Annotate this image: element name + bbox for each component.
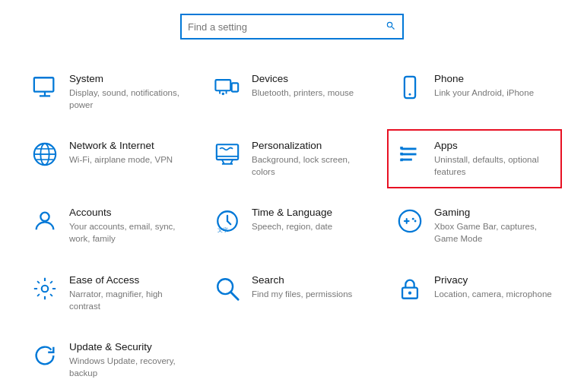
gaming-text: Gaming Xbox Game Bar, captures, Game Mod… (434, 207, 553, 245)
search-icon (386, 21, 396, 33)
phone-text: Phone Link your Android, iPhone (434, 73, 534, 99)
update-icon (31, 343, 59, 368)
svg-point-21 (399, 210, 421, 232)
setting-item-search[interactable]: Search Find my files, permissions (205, 264, 379, 323)
phone-icon (396, 74, 424, 100)
search-text: Search Find my files, permissions (252, 274, 352, 300)
apps-title: Apps (434, 140, 553, 151)
system-title: System (69, 73, 188, 84)
search-title: Search (252, 274, 352, 286)
svg-point-23 (414, 220, 417, 223)
personalization-text: Personalization Background, lock screen,… (252, 140, 370, 178)
gaming-icon (396, 208, 424, 234)
personalization-title: Personalization (252, 140, 370, 151)
svg-text:文字: 文字 (217, 228, 228, 234)
apps-desc: Uninstall, defaults, optional features (434, 153, 553, 178)
svg-point-24 (42, 285, 49, 292)
setting-item-personalization[interactable]: Personalization Background, lock screen,… (205, 129, 379, 188)
devices-title: Devices (252, 73, 354, 84)
search-wrapper (180, 14, 404, 40)
settings-grid: System Display, sound, notifications, po… (0, 62, 584, 390)
svg-rect-0 (34, 77, 54, 91)
accounts-title: Accounts (69, 207, 188, 218)
network-desc: Wi-Fi, airplane mode, VPN (69, 153, 173, 166)
svg-point-22 (412, 218, 414, 220)
update-desc: Windows Update, recovery, backup (69, 355, 188, 379)
network-title: Network & Internet (69, 140, 173, 151)
search-desc: Find my files, permissions (252, 288, 352, 300)
update-text: Update & Security Windows Update, recove… (69, 341, 188, 379)
time-title: Time & Language (252, 207, 332, 218)
setting-item-update[interactable]: Update & Security Windows Update, recove… (22, 330, 197, 390)
time-icon: 文字 (214, 208, 241, 234)
ease-icon (31, 276, 59, 302)
svg-point-18 (40, 213, 49, 221)
setting-item-phone[interactable]: Phone Link your Android, iPhone (387, 62, 562, 122)
ease-title: Ease of Access (69, 274, 188, 286)
phone-desc: Link your Android, iPhone (434, 87, 534, 99)
apps-icon (396, 141, 424, 167)
accounts-text: Accounts Your accounts, email, sync, wor… (69, 207, 188, 245)
phone-title: Phone (434, 73, 534, 84)
update-title: Update & Security (69, 341, 188, 352)
personalization-icon (214, 141, 241, 167)
setting-item-gaming[interactable]: Gaming Xbox Game Bar, captures, Game Mod… (387, 196, 562, 255)
network-text: Network & Internet Wi-Fi, airplane mode,… (69, 140, 173, 166)
svg-rect-2 (232, 83, 239, 91)
privacy-icon (396, 276, 424, 302)
svg-point-28 (408, 291, 411, 294)
accounts-desc: Your accounts, email, sync, work, family (69, 220, 188, 245)
privacy-title: Privacy (434, 274, 552, 286)
apps-text: Apps Uninstall, defaults, optional featu… (434, 140, 553, 178)
privacy-text: Privacy Location, camera, microphone (434, 274, 552, 300)
svg-rect-1 (215, 80, 230, 90)
setting-item-system[interactable]: System Display, sound, notifications, po… (22, 62, 197, 122)
ease-text: Ease of Access Narrator, magnifier, high… (69, 274, 188, 312)
search-icon (214, 276, 241, 302)
privacy-desc: Location, camera, microphone (434, 288, 552, 300)
svg-rect-17 (400, 159, 403, 162)
search-input[interactable] (188, 21, 386, 33)
devices-icon (214, 74, 241, 100)
setting-item-apps[interactable]: Apps Uninstall, defaults, optional featu… (387, 129, 562, 188)
system-desc: Display, sound, notifications, power (69, 87, 188, 111)
setting-item-ease[interactable]: Ease of Access Narrator, magnifier, high… (22, 264, 197, 323)
ease-desc: Narrator, magnifier, high contrast (69, 288, 188, 312)
devices-text: Devices Bluetooth, printers, mouse (252, 73, 354, 99)
setting-item-devices[interactable]: Devices Bluetooth, printers, mouse (205, 62, 379, 122)
network-icon (31, 141, 59, 167)
system-icon (31, 74, 59, 100)
gaming-desc: Xbox Game Bar, captures, Game Mode (434, 220, 553, 245)
svg-point-3 (222, 93, 224, 95)
devices-desc: Bluetooth, printers, mouse (252, 87, 354, 99)
setting-item-time[interactable]: 文字 Time & Language Speech, region, date (205, 196, 379, 255)
time-desc: Speech, region, date (252, 220, 332, 232)
search-bar[interactable] (180, 14, 404, 40)
svg-rect-16 (400, 153, 403, 156)
time-text: Time & Language Speech, region, date (252, 207, 332, 232)
svg-point-5 (409, 93, 411, 96)
svg-line-26 (231, 292, 238, 299)
setting-item-privacy[interactable]: Privacy Location, camera, microphone (387, 264, 562, 323)
system-text: System Display, sound, notifications, po… (69, 73, 188, 111)
setting-item-accounts[interactable]: Accounts Your accounts, email, sync, wor… (22, 196, 197, 255)
svg-rect-11 (217, 144, 238, 160)
gaming-title: Gaming (434, 207, 553, 218)
accounts-icon (31, 208, 59, 234)
svg-rect-15 (400, 147, 403, 150)
setting-item-network[interactable]: Network & Internet Wi-Fi, airplane mode,… (22, 129, 197, 188)
personalization-desc: Background, lock screen, colors (252, 153, 370, 178)
